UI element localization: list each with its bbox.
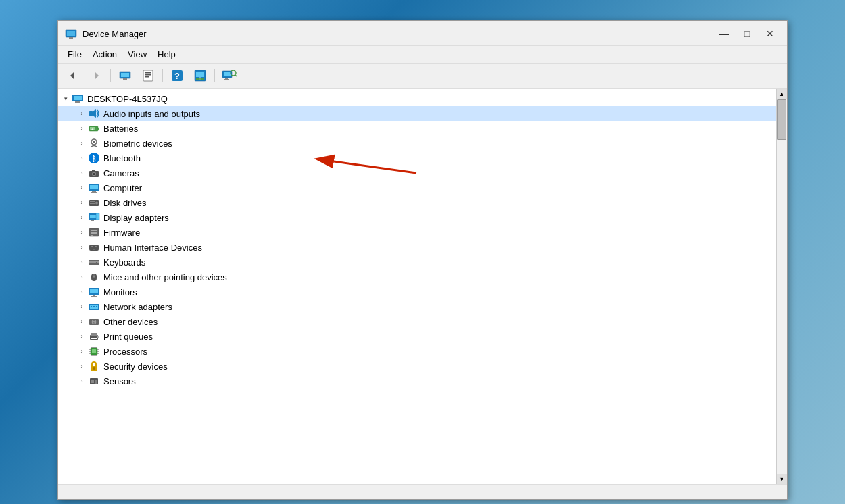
tree-item-display[interactable]: › Display adapters xyxy=(58,210,776,225)
computer-chevron: › xyxy=(77,183,87,193)
svg-rect-13 xyxy=(145,76,149,78)
tree-item-network[interactable]: › Network adapters xyxy=(58,299,776,314)
tree-item-firmware[interactable]: › Firmware xyxy=(58,225,776,240)
network-icon xyxy=(88,301,100,313)
scan-icon xyxy=(222,69,237,82)
back-button[interactable] xyxy=(62,66,84,85)
display-label: Display adapters xyxy=(103,213,169,223)
hid-chevron: › xyxy=(77,243,87,252)
scroll-track[interactable] xyxy=(777,99,787,474)
mice-icon xyxy=(88,271,100,283)
device-manager-view-button[interactable] xyxy=(114,66,136,85)
svg-rect-50 xyxy=(90,201,95,202)
svg-text:?: ? xyxy=(174,71,180,81)
tree-item-processors[interactable]: › xyxy=(58,344,776,359)
keyboards-chevron: › xyxy=(77,257,87,267)
security-icon xyxy=(88,360,100,372)
svg-rect-84 xyxy=(93,306,95,307)
svg-text:ᛒ: ᛒ xyxy=(92,155,97,163)
properties-button[interactable] xyxy=(137,66,159,85)
svg-rect-21 xyxy=(224,72,231,76)
tree-item-other[interactable]: › ? Other devices xyxy=(58,314,776,329)
network-chevron: › xyxy=(77,302,87,311)
disk-chevron: › xyxy=(77,198,87,207)
maximize-button[interactable]: □ xyxy=(737,26,757,41)
svg-marker-4 xyxy=(70,72,74,80)
menu-view[interactable]: View xyxy=(122,47,152,61)
scroll-up-button[interactable]: ▲ xyxy=(777,89,788,99)
scrollbar[interactable]: ▲ ▼ xyxy=(776,89,787,484)
update-driver-button[interactable]: ↑ xyxy=(189,66,211,85)
other-chevron: › xyxy=(77,317,87,326)
computer-label: Computer xyxy=(103,183,142,193)
tree-item-mice[interactable]: › Mice and other pointing devices xyxy=(58,270,776,284)
svg-rect-47 xyxy=(91,192,97,193)
toolbar-separator-2 xyxy=(162,69,163,82)
tree-item-disk[interactable]: › Disk drives xyxy=(58,195,776,210)
bluetooth-icon: ᛒ xyxy=(88,152,100,164)
app-icon xyxy=(65,28,77,40)
tree-item-audio[interactable]: › Audio inputs and outputs xyxy=(58,106,776,121)
svg-marker-31 xyxy=(93,109,96,118)
tree-item-print[interactable]: › Print queues xyxy=(58,329,776,344)
forward-button[interactable] xyxy=(85,66,107,85)
svg-rect-63 xyxy=(93,249,95,250)
svg-point-49 xyxy=(95,202,98,205)
title-controls: — □ ✕ xyxy=(714,26,780,41)
tree-item-keyboards[interactable]: › Keyboards xyxy=(58,255,776,270)
tree-item-security[interactable]: › Security devices xyxy=(58,359,776,374)
svg-rect-27 xyxy=(74,96,82,100)
display-chevron: › xyxy=(77,213,87,222)
svg-rect-71 xyxy=(91,263,93,264)
scroll-down-button[interactable]: ▼ xyxy=(777,474,788,484)
menu-action[interactable]: Action xyxy=(87,47,122,61)
svg-rect-94 xyxy=(92,349,96,353)
help-button[interactable]: ? xyxy=(166,66,188,85)
svg-point-42 xyxy=(93,173,95,175)
tree-item-computer[interactable]: › Computer xyxy=(58,180,776,195)
tree-item-batteries[interactable]: › + Batteries xyxy=(58,121,776,136)
display-icon xyxy=(88,211,100,224)
biometric-icon xyxy=(88,137,100,149)
tree-root-item[interactable]: ▾ DESKTOP-4L537JQ xyxy=(58,91,776,106)
close-button[interactable]: ✕ xyxy=(760,26,780,41)
disk-label: Disk drives xyxy=(103,198,147,208)
cameras-icon xyxy=(88,167,100,179)
back-icon xyxy=(66,69,80,82)
tree-item-hid[interactable]: › Human Interface Devices xyxy=(58,240,776,255)
minimize-button[interactable]: — xyxy=(714,26,734,41)
svg-rect-46 xyxy=(92,191,96,192)
svg-rect-43 xyxy=(92,170,95,172)
tree-item-sensors[interactable]: › Sensors xyxy=(58,374,776,388)
status-bar xyxy=(58,484,787,499)
tree-item-biometric[interactable]: › Biometric devices xyxy=(58,136,776,151)
computer-icon xyxy=(88,182,100,194)
tree-item-cameras[interactable]: › Cameras xyxy=(58,166,776,180)
security-chevron: › xyxy=(77,361,87,371)
menu-help[interactable]: Help xyxy=(152,47,181,61)
tree-item-monitors[interactable]: › Monitors xyxy=(58,284,776,299)
processors-chevron: › xyxy=(77,347,87,356)
security-label: Security devices xyxy=(103,361,168,372)
tree-item-bluetooth[interactable]: › ᛒ Bluetooth xyxy=(58,151,776,166)
toolbar-separator-1 xyxy=(110,69,111,82)
print-label: Print queues xyxy=(103,332,153,342)
batteries-label: Batteries xyxy=(103,124,138,134)
svg-rect-91 xyxy=(91,338,97,339)
svg-rect-51 xyxy=(90,203,95,204)
content-area: ▾ DESKTOP-4L537JQ › xyxy=(58,89,787,484)
svg-rect-7 xyxy=(121,73,129,77)
help-icon: ? xyxy=(170,69,184,82)
menu-file[interactable]: File xyxy=(62,47,87,61)
svg-rect-92 xyxy=(97,336,99,338)
device-tree[interactable]: ▾ DESKTOP-4L537JQ › xyxy=(58,89,776,484)
svg-rect-29 xyxy=(74,103,82,103)
svg-rect-78 xyxy=(90,289,98,293)
root-chevron: ▾ xyxy=(61,94,70,103)
svg-line-25 xyxy=(235,75,237,76)
scroll-thumb[interactable] xyxy=(777,99,786,140)
svg-rect-110 xyxy=(91,380,94,383)
svg-rect-2 xyxy=(69,37,73,39)
scan-button[interactable] xyxy=(218,66,240,85)
hid-label: Human Interface Devices xyxy=(103,243,202,253)
